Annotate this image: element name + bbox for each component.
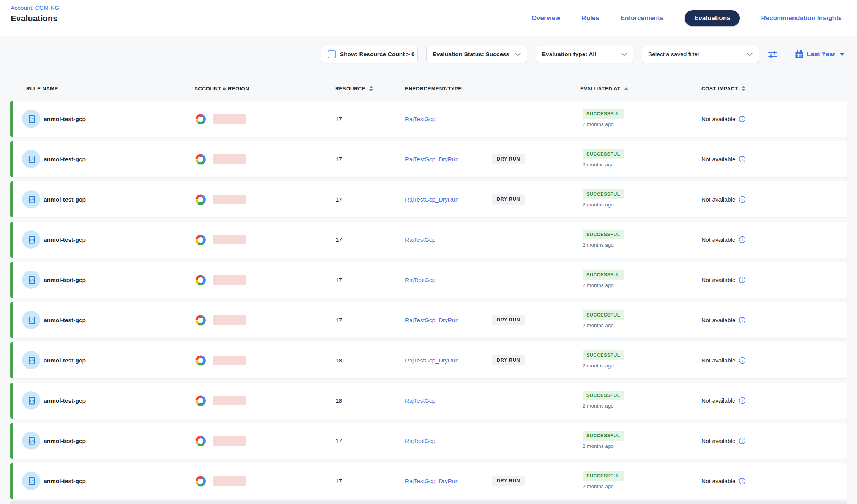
resource-count: 17 (336, 222, 342, 258)
table-row[interactable]: </> anmol-test-gcp 17 RajTestGcp DRY RUN… (10, 423, 847, 459)
date-range-picker[interactable]: Last Year (795, 50, 844, 59)
info-icon[interactable] (739, 477, 746, 485)
tab-evaluations-active[interactable]: Evaluations (685, 10, 740, 26)
enforcement-link[interactable]: RajTestGcp_DryRun (405, 141, 458, 177)
table-row[interactable]: </> anmol-test-gcp 17 RajTestGcp_DryRun … (10, 141, 847, 177)
resource-count: 17 (336, 181, 342, 217)
rule-name: anmol-test-gcp (44, 181, 86, 217)
col-account-region: ACCOUNT & REGION (194, 83, 249, 94)
cost-impact-value: Not available (701, 196, 736, 203)
sort-ascending-icon[interactable] (624, 87, 628, 90)
evaluated-time: 2 months ago (583, 403, 614, 409)
rule-code-icon: </> (26, 194, 36, 205)
rule-name: anmol-test-gcp (44, 101, 86, 137)
rule-avatar: </> (22, 311, 40, 329)
tab-enforcements[interactable]: Enforcements (621, 14, 663, 22)
table-row[interactable]: </> anmol-test-gcp 17 RajTestGcp_DryRun … (10, 302, 847, 338)
resource-count: 17 (336, 302, 342, 338)
table-row[interactable]: </> anmol-test-gcp 17 RajTestGcp DRY RUN… (10, 222, 847, 258)
col-cost-impact[interactable]: COST IMPACT (701, 83, 745, 94)
cost-impact-value: Not available (701, 236, 736, 243)
rule-avatar: </> (22, 351, 40, 369)
gcp-cloud-icon (193, 463, 208, 499)
table-row[interactable]: </> anmol-test-gcp 17 RajTestGcp_DryRun … (10, 463, 847, 499)
sort-icon[interactable] (369, 86, 373, 91)
enforcement-link[interactable]: RajTestGcp_DryRun (405, 463, 458, 499)
account-breadcrumb-link[interactable]: Account: CCM-NG (11, 5, 59, 11)
gcp-cloud-icon (193, 342, 208, 378)
resource-count-filter[interactable]: Show: Resource Count > 0 (321, 46, 418, 63)
status-badge: SUCCESSFUL (583, 310, 624, 320)
evaluation-status-value: Evaluation Status: Success (433, 51, 509, 58)
info-icon[interactable] (739, 397, 746, 404)
status-badge: SUCCESSFUL (583, 471, 624, 481)
status-badge: SUCCESSFUL (583, 109, 624, 119)
gcp-cloud-icon (193, 222, 208, 258)
cost-impact-value: Not available (701, 397, 736, 404)
cost-impact-value: Not available (701, 357, 736, 364)
enforcement-link[interactable]: RajTestGcp_DryRun (405, 342, 458, 378)
enforcement-link[interactable]: RajTestGcp_DryRun (405, 181, 458, 217)
gcp-cloud-icon (193, 262, 208, 298)
info-icon[interactable] (739, 156, 746, 163)
evaluated-time: 2 months ago (583, 484, 614, 489)
dry-run-badge: DRY RUN (492, 315, 525, 325)
rule-code-icon: </> (26, 355, 36, 365)
rule-avatar: </> (22, 432, 40, 450)
enforcement-link[interactable]: RajTestGcp_DryRun (405, 302, 458, 338)
svg-text:</>: </> (29, 359, 34, 362)
resource-count-checkbox[interactable] (328, 50, 336, 58)
evaluated-at-cell: SUCCESSFUL 2 months ago (583, 189, 624, 208)
cost-impact-cell: Not available (701, 181, 746, 217)
enforcement-link[interactable]: RajTestGcp (405, 383, 435, 419)
table-row[interactable]: </> anmol-test-gcp 18 RajTestGcp DRY RUN… (10, 383, 847, 419)
filter-bar: Show: Resource Count > 0 Evaluation Stat… (321, 46, 844, 63)
sliders-icon[interactable] (767, 49, 778, 60)
enforcement-link[interactable]: RajTestGcp (405, 222, 435, 258)
svg-text:</>: </> (29, 158, 34, 161)
rule-avatar: </> (22, 271, 40, 289)
tab-overview[interactable]: Overview (532, 14, 561, 22)
gcp-cloud-icon (193, 302, 208, 338)
tab-rules[interactable]: Rules (581, 14, 599, 22)
info-icon[interactable] (739, 357, 746, 364)
resource-count: 17 (336, 262, 342, 298)
enforcement-link[interactable]: RajTestGcp (405, 101, 435, 137)
triangle-down-icon (840, 53, 844, 56)
evaluation-status-select[interactable]: Evaluation Status: Success (426, 46, 527, 63)
info-icon[interactable] (739, 276, 746, 284)
table-row[interactable]: </> anmol-test-gcp 17 RajTestGcp DRY RUN… (10, 262, 847, 298)
svg-text:</>: </> (29, 399, 34, 402)
sort-icon[interactable] (742, 86, 745, 91)
info-icon[interactable] (739, 437, 746, 444)
table-row[interactable]: </> anmol-test-gcp 17 RajTestGcp DRY RUN… (10, 101, 847, 137)
table-row[interactable]: </> anmol-test-gcp 18 RajTestGcp_DryRun … (10, 342, 847, 378)
saved-filter-select[interactable]: Select a saved filter (642, 46, 759, 63)
evaluated-at-cell: SUCCESSFUL 2 months ago (583, 270, 624, 288)
account-region-redacted (213, 396, 246, 405)
rule-name: anmol-test-gcp (44, 302, 86, 338)
account-region-redacted (213, 195, 246, 204)
enforcement-link[interactable]: RajTestGcp (405, 262, 435, 298)
evaluations-table: </> anmol-test-gcp 17 RajTestGcp DRY RUN… (10, 101, 847, 503)
info-icon[interactable] (739, 196, 746, 203)
evaluated-time: 2 months ago (583, 282, 614, 288)
resource-count: 17 (336, 423, 342, 459)
col-evaluated-at[interactable]: EVALUATED AT (580, 83, 628, 94)
date-range-value: Last Year (807, 50, 835, 58)
cost-impact-cell: Not available (701, 463, 746, 499)
evaluated-at-cell: SUCCESSFUL 2 months ago (583, 149, 624, 167)
evaluation-type-select[interactable]: Evaluation type: All (536, 46, 633, 63)
info-icon[interactable] (739, 115, 746, 123)
svg-text:</>: </> (29, 117, 34, 121)
rule-name: anmol-test-gcp (44, 383, 86, 419)
col-resource[interactable]: RESOURCE (335, 83, 373, 94)
status-badge: SUCCESSFUL (583, 270, 624, 280)
info-icon[interactable] (739, 317, 746, 324)
table-row[interactable]: </> anmol-test-gcp 17 RajTestGcp_DryRun … (10, 181, 847, 217)
tab-recommendation-insights[interactable]: Recommendation Insights (761, 14, 842, 22)
enforcement-link[interactable]: RajTestGcp (405, 423, 435, 459)
resource-count: 17 (336, 141, 342, 177)
info-icon[interactable] (739, 236, 746, 243)
evaluated-at-cell: SUCCESSFUL 2 months ago (583, 310, 624, 328)
